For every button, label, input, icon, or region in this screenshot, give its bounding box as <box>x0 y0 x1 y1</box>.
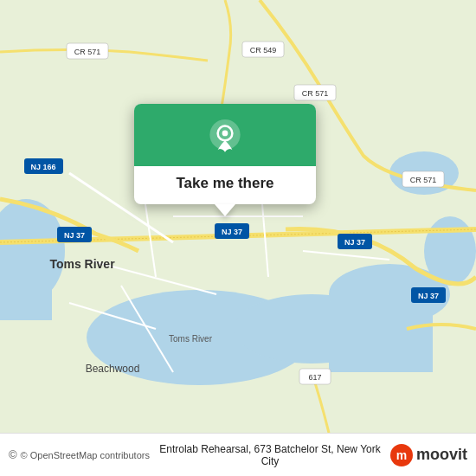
moovit-wordmark: moovit <box>416 446 467 464</box>
location-info-text: Entrolab Rehearsal, 673 Batchelor St, Ne… <box>150 443 390 467</box>
moovit-logo: m moovit <box>390 444 467 466</box>
svg-text:Beachwood: Beachwood <box>86 363 140 375</box>
moovit-icon: m <box>390 444 413 466</box>
location-pin-icon <box>207 119 243 156</box>
openstreetmap-attribution: © OpenStreetMap contributors <box>21 450 150 460</box>
copyright-text: © © OpenStreetMap contributors <box>9 448 150 461</box>
svg-text:Toms River: Toms River <box>169 334 213 344</box>
take-me-there-button[interactable]: Take me there <box>162 166 287 204</box>
svg-point-44 <box>222 131 228 137</box>
bottom-bar: © © OpenStreetMap contributors Entrolab … <box>0 433 476 476</box>
svg-text:Toms River: Toms River <box>49 257 115 271</box>
svg-text:CR 571: CR 571 <box>410 176 437 184</box>
svg-text:CR 549: CR 549 <box>250 46 277 55</box>
svg-text:617: 617 <box>308 373 321 382</box>
svg-text:NJ 37: NJ 37 <box>222 228 242 236</box>
svg-rect-4 <box>329 303 433 372</box>
map-container: CR 571 CR 549 CR 571 CR 571 NJ 166 NJ 37… <box>0 0 476 433</box>
svg-text:CR 571: CR 571 <box>74 48 101 56</box>
svg-text:NJ 37: NJ 37 <box>418 292 439 300</box>
svg-text:NJ 37: NJ 37 <box>64 231 85 240</box>
callout-header <box>134 104 316 166</box>
map-svg: CR 571 CR 549 CR 571 CR 571 NJ 166 NJ 37… <box>0 0 476 433</box>
svg-rect-8 <box>0 216 52 320</box>
svg-text:CR 571: CR 571 <box>302 89 329 98</box>
svg-text:NJ 166: NJ 166 <box>30 163 55 171</box>
location-callout[interactable]: Take me there <box>134 104 316 204</box>
svg-text:NJ 37: NJ 37 <box>344 238 365 247</box>
